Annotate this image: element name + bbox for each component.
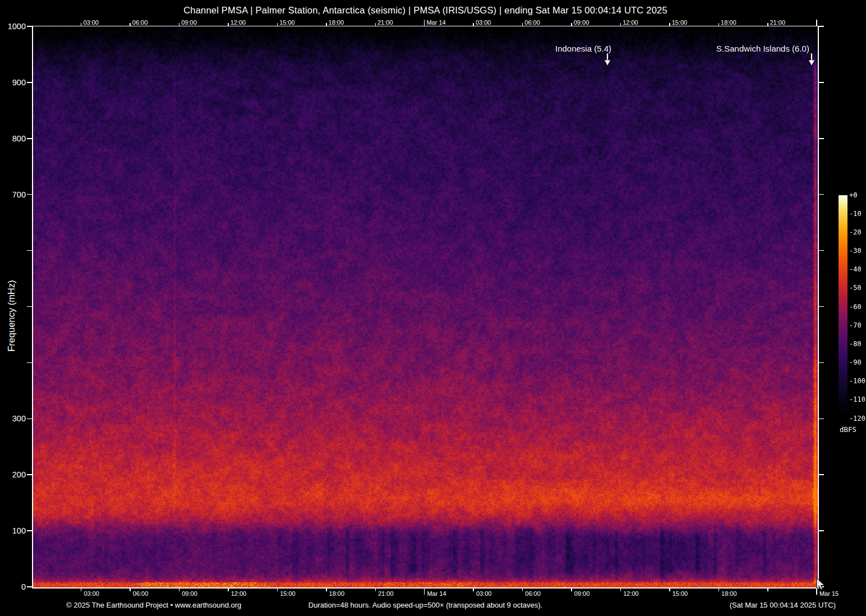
bottom-axis-tick	[375, 589, 376, 592]
top-axis-tick-label: 06:00	[524, 19, 540, 26]
bottom-axis-tick-label: 03:00	[84, 590, 99, 597]
top-axis-tick-label: 18:00	[721, 19, 736, 26]
bottom-axis-tick	[620, 589, 621, 592]
y-axis-tick-left	[27, 306, 32, 307]
left-axis-line	[32, 26, 33, 588]
top-axis-tick	[767, 23, 768, 26]
colorbar-tick-label: -110	[849, 396, 865, 404]
bottom-axis-tick	[228, 589, 229, 592]
y-axis-tick-label: 700	[0, 190, 26, 199]
y-axis-tick-left	[27, 138, 32, 139]
y-axis-tick-left	[27, 250, 32, 251]
bottom-axis-tick	[424, 589, 425, 595]
bottom-axis-tick	[571, 589, 572, 592]
bottom-axis-tick-label: 12:00	[231, 590, 247, 597]
down-arrow-icon	[604, 53, 611, 67]
y-axis-tick-right	[819, 26, 824, 27]
colorbar-unit-label: dBFS	[840, 425, 856, 434]
top-axis-tick	[816, 20, 817, 26]
bottom-axis-tick-label: 12:00	[623, 590, 639, 597]
y-axis-tick-left	[27, 474, 32, 475]
colorbar-tick-label: -120	[849, 415, 865, 423]
top-axis-tick-label: 21:00	[377, 19, 393, 26]
bottom-axis-tick-label: Mar 14	[427, 590, 446, 597]
y-axis-tick-label: 900	[0, 78, 26, 87]
top-axis-tick-label: 09:00	[574, 19, 589, 26]
bottom-axis-tick	[130, 589, 131, 592]
top-axis-tick	[522, 23, 523, 26]
top-axis-tick	[228, 23, 229, 26]
mouse-cursor-icon	[816, 578, 827, 592]
top-axis-tick	[326, 23, 327, 26]
down-arrow-icon	[808, 53, 816, 67]
y-axis-tick-left	[27, 362, 32, 364]
bottom-axis-tick-label: 21:00	[378, 590, 394, 597]
top-axis-tick	[571, 23, 572, 26]
top-axis-tick-label: 18:00	[329, 19, 344, 26]
top-axis-tick	[718, 23, 720, 26]
bottom-axis-tick	[718, 589, 720, 592]
y-axis-tick-right	[819, 474, 824, 475]
top-axis-tick-label: 03:00	[83, 19, 99, 26]
y-axis-tick-label: 200	[0, 470, 26, 479]
top-axis-tick-label: 12:00	[623, 19, 638, 26]
y-axis-tick-label: 800	[0, 134, 26, 143]
colorbar-tick-label: -40	[849, 265, 862, 274]
event-annotation-indonesia: Indonesia (5.4)	[555, 44, 611, 53]
bottom-axis-tick-label: 09:00	[574, 590, 590, 597]
bottom-axis-tick	[473, 589, 474, 592]
colorbar-tick-label: -10	[849, 210, 862, 218]
spectrogram-app: Channel PMSA | Palmer Station, Antarctic…	[0, 0, 866, 616]
top-axis-tick	[130, 23, 131, 26]
y-axis-title: Frequency (mHz)	[6, 280, 17, 351]
colorbar-tick-label: -100	[849, 377, 865, 385]
bottom-axis-tick-label: 15:00	[280, 590, 296, 597]
y-axis-tick-left	[27, 26, 32, 27]
y-axis-tick-right	[819, 250, 824, 251]
top-axis-tick	[620, 23, 621, 26]
y-axis-tick-label: 0	[0, 582, 26, 591]
bottom-axis-tick	[669, 589, 670, 592]
bottom-axis-line	[32, 587, 819, 589]
top-axis-tick	[473, 23, 474, 26]
colorbar-tick-label: -20	[849, 228, 862, 237]
bottom-axis-tick-label: 03:00	[476, 590, 492, 597]
colorbar-tick-label: -70	[849, 321, 862, 330]
top-axis-tick	[81, 23, 82, 26]
top-axis-tick-label: 06:00	[132, 19, 148, 26]
bottom-axis-tick-label: 18:00	[721, 590, 737, 597]
bottom-axis-tick	[326, 589, 327, 592]
top-axis-tick-label: 12:00	[231, 19, 246, 26]
bottom-axis-tick-label: 06:00	[525, 590, 541, 597]
colorbar-tick-label: -90	[849, 358, 862, 367]
colorbar-tick-label: +0	[849, 191, 857, 200]
page-title: Channel PMSA | Palmer Station, Antarctic…	[33, 5, 818, 16]
top-axis-tick	[669, 23, 670, 26]
top-axis-tick	[179, 23, 180, 26]
bottom-axis-tick-label: 15:00	[672, 590, 688, 597]
top-axis-tick-label: 03:00	[476, 19, 491, 26]
y-axis-tick-label: 100	[0, 526, 26, 535]
top-axis-tick	[277, 23, 278, 26]
colorbar-gradient	[839, 195, 847, 419]
top-axis-tick-label: 21:00	[770, 19, 786, 26]
y-axis-tick-right	[819, 419, 824, 420]
y-axis-tick-left	[27, 82, 32, 83]
top-axis-tick-label: 15:00	[672, 19, 688, 26]
bottom-axis-tick	[277, 589, 278, 592]
event-annotation-ssandwich: S.Sandwich Islands (6.0)	[716, 44, 809, 53]
y-axis-tick-left	[27, 586, 32, 587]
y-axis-tick-label: 1000	[0, 22, 26, 31]
y-axis-tick-right	[819, 362, 824, 364]
top-axis-line	[32, 26, 819, 27]
bottom-axis-tick	[179, 589, 180, 592]
y-axis-tick-label: 300	[0, 414, 26, 423]
bottom-axis-tick-label: 09:00	[182, 590, 197, 597]
y-axis-tick-left	[27, 419, 32, 420]
y-axis-tick-left	[27, 530, 32, 531]
bottom-axis-tick	[767, 589, 768, 592]
top-axis-tick-label: Mar 14	[426, 19, 445, 26]
spectrogram-canvas	[33, 26, 818, 587]
top-axis-tick	[424, 20, 425, 26]
y-axis-tick-right	[819, 82, 824, 83]
